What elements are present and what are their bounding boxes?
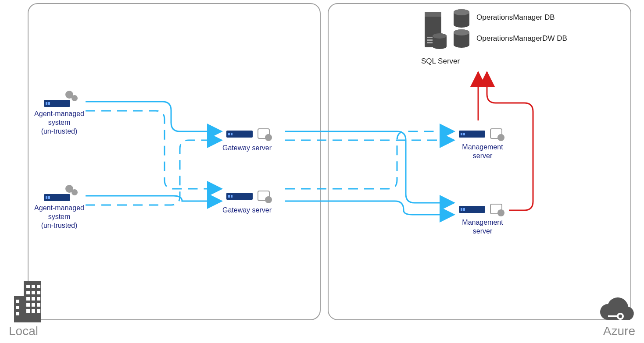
cloud-icon [600, 297, 634, 320]
svg-point-46 [497, 134, 504, 141]
azure-region-label: Azure [603, 324, 635, 338]
svg-rect-11 [26, 303, 30, 307]
flow-agent1-gw1-solid [86, 102, 222, 131]
svg-rect-16 [37, 309, 40, 313]
svg-rect-12 [32, 303, 35, 307]
svg-rect-39 [231, 195, 233, 198]
svg-rect-29 [48, 196, 50, 199]
svg-point-41 [265, 196, 272, 203]
azure-region-box [328, 4, 631, 320]
svg-rect-48 [461, 208, 462, 211]
agent2-label: Agent-managed system (un-trusted) [31, 204, 88, 230]
svg-point-59 [433, 44, 447, 49]
svg-rect-14 [26, 309, 30, 313]
db1-label: OperationsManager DB [476, 13, 555, 22]
svg-rect-32 [226, 131, 253, 138]
mgmt2-node [459, 204, 504, 216]
svg-rect-53 [425, 12, 441, 17]
sql-label: SQL Server [421, 57, 460, 66]
svg-rect-8 [26, 297, 30, 301]
agent1-label: Agent-managed system (un-trusted) [31, 110, 88, 136]
local-region-label: Local [9, 324, 38, 338]
svg-rect-22 [44, 100, 70, 107]
sql-server-node [425, 9, 469, 49]
svg-rect-33 [228, 133, 230, 135]
svg-point-68 [454, 29, 469, 35]
svg-rect-49 [463, 208, 465, 211]
svg-point-60 [433, 33, 447, 39]
svg-rect-4 [37, 285, 40, 288]
svg-rect-18 [16, 306, 19, 309]
svg-rect-42 [459, 131, 485, 138]
svg-rect-38 [228, 195, 230, 198]
svg-point-63 [454, 21, 469, 28]
svg-rect-34 [231, 133, 233, 135]
svg-rect-19 [16, 312, 19, 315]
svg-rect-9 [32, 297, 35, 301]
svg-rect-2 [26, 285, 30, 288]
svg-rect-7 [37, 291, 40, 294]
svg-rect-27 [44, 194, 70, 201]
mgmt1-node [459, 129, 504, 141]
svg-point-36 [265, 134, 272, 141]
svg-rect-47 [459, 206, 485, 213]
svg-point-31 [72, 189, 78, 195]
building-icon [14, 281, 41, 322]
gateway2-node [226, 191, 272, 203]
svg-rect-43 [461, 133, 462, 135]
svg-point-64 [454, 9, 469, 15]
svg-rect-44 [463, 133, 465, 135]
svg-rect-37 [226, 193, 253, 200]
mgmt2-label: Management server [452, 218, 513, 236]
mgmt1-label: Management server [452, 143, 513, 160]
local-region-box [28, 4, 320, 320]
svg-point-67 [454, 42, 469, 48]
db2-label: OperationsManagerDW DB [476, 34, 567, 43]
agent1-node [44, 91, 78, 107]
flow-agent2-gw2-solid [86, 196, 222, 201]
flow-gw1-mgmt2-solid [285, 131, 454, 203]
svg-rect-10 [37, 297, 40, 301]
svg-point-51 [497, 209, 504, 216]
diagram-canvas [0, 0, 644, 343]
flow-agent1-gw2-dash [86, 111, 222, 189]
flow-mgmt2-sql [487, 72, 533, 210]
svg-rect-6 [32, 291, 35, 294]
svg-rect-13 [37, 303, 40, 307]
svg-rect-24 [48, 102, 50, 105]
svg-point-26 [72, 95, 78, 101]
gateway1-node [226, 129, 272, 141]
svg-rect-23 [46, 102, 47, 105]
svg-rect-3 [32, 285, 35, 288]
svg-rect-17 [16, 300, 19, 303]
gateway2-label: Gateway server [218, 206, 275, 215]
agent2-node [44, 185, 78, 201]
svg-rect-5 [26, 291, 30, 294]
svg-rect-28 [46, 196, 47, 199]
gateway1-label: Gateway server [218, 144, 275, 152]
svg-rect-15 [32, 309, 35, 313]
